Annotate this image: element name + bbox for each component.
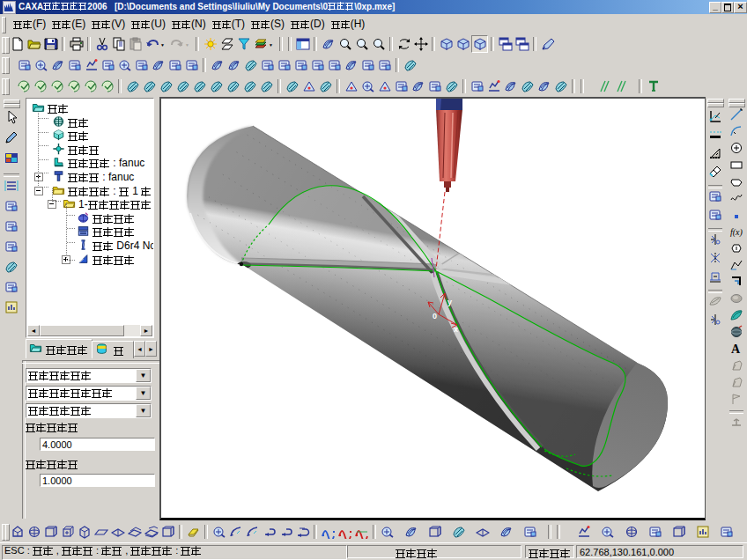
svg-text:0: 0 <box>433 312 437 321</box>
svg-text:y: y <box>447 298 452 306</box>
svg-text:x: x <box>454 325 458 334</box>
